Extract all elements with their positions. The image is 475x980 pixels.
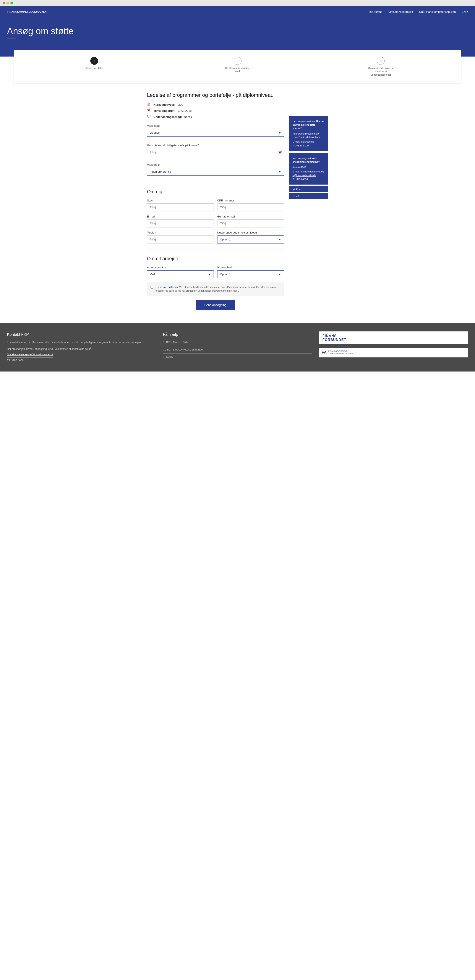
hero-underline xyxy=(7,38,16,39)
meta-language: 💬 Undervisningssprog: Dansk xyxy=(147,115,284,119)
progress-steps: 1 Ansøg om støtte 2 Du får svar fra os p… xyxy=(22,57,453,76)
sidebar-collapse-btn-2[interactable]: — xyxy=(325,154,328,158)
page-title: Ansøg om støtte xyxy=(7,26,468,37)
provider-label: Kursusudbyder: xyxy=(154,103,175,107)
telefon-uddannelse-row: Telefon Nuværende uddannelsesniveau Opti… xyxy=(147,231,284,243)
email-field-group: E-mail xyxy=(147,215,214,228)
minimize-button[interactable] xyxy=(6,2,9,4)
location-select[interactable]: Odense København Aarhus xyxy=(147,129,284,137)
nav-links: Find kursus Virksomhedsprojekt Om Finans… xyxy=(368,10,468,13)
sidebar-collapse-btn-1[interactable]: — xyxy=(325,117,328,121)
start-date-section: Hvornår kan du tidligste starte på kursu… xyxy=(147,144,284,156)
sidebar: — Har du spørgsmål om Har du spørgsmål o… xyxy=(289,116,328,310)
step-circle-2: 2 xyxy=(234,57,241,65)
telefon-label: Telefon xyxy=(147,231,214,234)
footer-contact-title: Kontakt FKP xyxy=(7,331,156,338)
nav-om[interactable]: Om Finanskompetencepuljen xyxy=(419,10,456,13)
calendar-icon: 📅 xyxy=(147,108,151,113)
email-input[interactable] xyxy=(147,220,214,228)
hold-select[interactable]: Ingen preference Hold 1 Hold 2 xyxy=(147,168,284,176)
cpr-field-group: CPR nummer xyxy=(217,199,284,212)
footer-logos: FINANS FORBUNDET FA FINANSSEKTORENS ARBE… xyxy=(319,331,468,363)
telefon-input[interactable] xyxy=(147,235,214,243)
nav-virksomhedsprojekt[interactable]: Virksomhedsprojekt xyxy=(388,10,413,13)
step-label-3: Hvis godkendt, bliver du kontaktet af ud… xyxy=(368,67,394,76)
navn-cpr-row: Navn CPR nummer xyxy=(147,199,284,212)
cpr-label: CPR nummer xyxy=(217,199,284,202)
telefon-field-group: Telefon xyxy=(147,231,214,243)
calendar-picker-icon: 📅 xyxy=(278,151,282,154)
tro-love-label[interactable]: Tro og love erklæring. Ved at sætte kryd… xyxy=(151,285,281,293)
sidebar-kursus-email[interactable]: leja@sdu.dk xyxy=(301,140,314,143)
footer-help-link-1[interactable]: SPØRGSMÅL OG SVAR xyxy=(163,340,312,346)
step-label-2: Du får svar fra os på e-mail xyxy=(225,67,251,73)
start-date-label: Hvornår kan du tidligste starte på kursu… xyxy=(147,144,284,147)
step-circle-1: 1 xyxy=(90,57,98,65)
close-button[interactable] xyxy=(3,2,5,4)
del-label: Del xyxy=(296,194,300,197)
main-form-area: Ledelse af programmer og portefølje - på… xyxy=(147,90,284,310)
tro-love-checkbox[interactable] xyxy=(151,286,153,288)
submit-button[interactable]: Send ansøgning xyxy=(196,300,235,310)
email-repeat-input[interactable] xyxy=(217,220,284,228)
arbejdsomraade-select[interactable]: Vælg Option 1 Option 2 xyxy=(147,270,214,278)
footer-contact-text1: Kontakt din leder, din tillidsmand eller… xyxy=(7,340,156,344)
sidebar-spacer-2 xyxy=(289,185,328,186)
sidebar-del[interactable]: ↗ Del xyxy=(289,193,328,199)
tro-love-link[interactable]: Tro og love erklæring. xyxy=(156,286,179,288)
fa-badge: FA xyxy=(322,349,327,356)
footer-contact-email[interactable]: finanskompetencepulje@finansforbundet.dk xyxy=(7,353,53,358)
email-repeat-label: Gentag e-mail xyxy=(217,215,284,218)
footer-help-link-2[interactable]: GUIDE TIL UDDANNELSESSYSTEM xyxy=(163,348,312,354)
virksomhed-label: Virksomhed xyxy=(217,266,284,269)
sidebar-card-kursus: — Har du spørgsmål om Har du spørgsmål o… xyxy=(289,116,328,151)
meta-provider: 🏠 Kursusudbyder: SDU xyxy=(147,102,284,107)
sidebar-kursus-contact: Kontakt studiekoordinator Lene Forsingda… xyxy=(292,132,325,139)
fa-text-line1: FINANSSEKTORENS xyxy=(328,350,354,353)
nav-language[interactable]: EN ▾ xyxy=(462,10,468,13)
section-om-dig-title: Om dig xyxy=(147,189,284,194)
print-icon: 🖨 xyxy=(292,188,295,191)
footer-help: Få hjælp SPØRGSMÅL OG SVAR GUIDE TIL UDD… xyxy=(163,331,312,363)
sidebar-print[interactable]: 🖨 Print xyxy=(289,186,328,192)
finans-line1: FINANS xyxy=(322,334,465,338)
sidebar-funding-contact: Kontakt FKP xyxy=(292,165,325,169)
hold-section: Vælg hold Ingen preference Hold 1 Hold 2… xyxy=(147,163,284,176)
sidebar-funding-title-bold: ansøgning om funding? xyxy=(292,161,320,163)
print-label: Print xyxy=(296,188,301,191)
language-value: Dansk xyxy=(184,115,192,118)
divider-2 xyxy=(147,250,284,250)
footer-help-link-3[interactable]: PRIVACY xyxy=(163,355,312,361)
steps-container: 1 Ansøg om støtte 2 Du får svar fra os p… xyxy=(14,50,461,83)
sidebar-funding-email-label: E-mail: xyxy=(292,170,300,173)
section-arbejde-title: Om dit arbejde xyxy=(147,256,284,261)
start-date-input[interactable] xyxy=(147,148,284,156)
step-2: 2 Du får svar fra os på e-mail xyxy=(166,57,309,73)
cpr-input[interactable] xyxy=(217,204,284,212)
virksomhed-select[interactable]: Option 1 Option 2 xyxy=(217,270,284,278)
arbejdsomraade-label: Arbejdsområde xyxy=(147,266,214,269)
footer-contact: Kontakt FKP Kontakt din leder, din tilli… xyxy=(7,331,156,363)
submit-area: Send ansøgning xyxy=(147,300,284,310)
sidebar-spacer xyxy=(289,151,328,153)
virksomhed-select-wrapper: Option 1 Option 2 ▼ xyxy=(217,270,284,278)
step-circle-3: 3 xyxy=(377,57,385,65)
fa-text: FINANSSEKTORENS ARBEJDSGIVERFORENING xyxy=(328,350,354,355)
uddannelse-field-group: Nuværende uddannelsesniveau Option 1 Opt… xyxy=(217,231,284,243)
fa-logo: FA FINANSSEKTORENS ARBEJDSGIVERFORENING xyxy=(319,348,468,358)
uddannelse-select[interactable]: Option 1 Option 2 Option 3 xyxy=(217,235,284,243)
course-meta: 🏠 Kursusudbyder: SDU 📅 Tilmeldingsfrist:… xyxy=(147,102,284,119)
maximize-button[interactable] xyxy=(10,2,13,4)
nav-find-kursus[interactable]: Find kursus xyxy=(368,10,382,13)
arbejdsomraade-select-wrapper: Vælg Option 1 Option 2 ▼ xyxy=(147,270,214,278)
nav-logo: FINANSKOMPETENCEPULJEN xyxy=(7,10,47,13)
footer-contact-text2: Har du spørgsmål vedr. ansøgning, er du … xyxy=(7,347,156,351)
finans-forbundet-logo: FINANS FORBUNDET xyxy=(319,331,468,344)
navn-input[interactable] xyxy=(147,204,214,212)
navn-field-group: Navn xyxy=(147,199,214,212)
sidebar-funding-phone: Tlf. 3296 4600 xyxy=(292,177,325,181)
deadline-value: 01.01.2018 xyxy=(177,109,191,113)
arbejde-row: Arbejdsområde Vælg Option 1 Option 2 ▼ V… xyxy=(147,266,284,278)
email-label: E-mail xyxy=(147,215,214,218)
uddannelse-label: Nuværende uddannelsesniveau xyxy=(217,231,284,234)
